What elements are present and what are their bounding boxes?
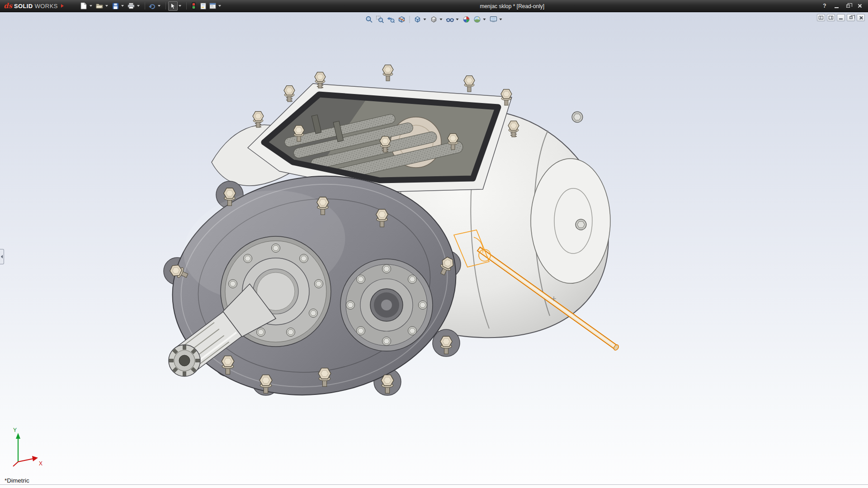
document-window-controls — [817, 14, 865, 21]
select-dropdown[interactable] — [179, 5, 181, 7]
solidworks-window: ds SOLIDWORKS — [0, 0, 868, 488]
undo-icon — [148, 3, 156, 9]
housing-bolt[interactable] — [576, 219, 586, 230]
zoom-to-fit-button[interactable] — [364, 14, 375, 24]
display-style-dropdown[interactable] — [440, 19, 443, 20]
orientation-label: *Dimetric — [5, 477, 29, 484]
view-orientation-dropdown[interactable] — [424, 19, 426, 20]
headsup-separator — [410, 16, 410, 23]
help-button[interactable]: ? — [819, 2, 830, 10]
save-button[interactable] — [111, 1, 120, 11]
view-settings-icon — [490, 15, 498, 23]
document-close-button[interactable] — [857, 14, 865, 21]
document-title: menjac sklop * [Read-only] — [480, 0, 544, 12]
hide-show-items-button[interactable] — [445, 14, 456, 24]
view-settings-dropdown[interactable] — [500, 19, 502, 20]
restore-icon — [846, 5, 850, 8]
view-orientation-button[interactable] — [412, 14, 423, 24]
open-dropdown[interactable] — [105, 5, 108, 7]
statusbar — [0, 484, 868, 488]
document-minimize-button[interactable] — [837, 14, 845, 21]
zoom-to-area-icon — [376, 15, 384, 23]
3d-model-scene[interactable] — [0, 12, 868, 484]
options-icon — [209, 3, 216, 9]
hide-show-items-dropdown[interactable] — [456, 19, 459, 20]
apply-scene-button[interactable] — [472, 14, 483, 24]
previous-view-button[interactable] — [386, 14, 396, 24]
open-button[interactable] — [95, 1, 104, 11]
document-restore-button[interactable] — [847, 14, 855, 21]
toolbar-separator — [165, 2, 166, 9]
heads-up-view-toolbar — [364, 14, 505, 24]
brand-solid: SOLID — [14, 3, 33, 9]
print-icon — [127, 3, 135, 9]
hide-show-items-icon — [446, 15, 454, 23]
file-properties-icon — [200, 3, 206, 9]
close-button[interactable] — [854, 2, 865, 10]
display-style-button[interactable] — [429, 14, 439, 24]
pane-right-button[interactable] — [827, 14, 835, 21]
new-document-dropdown[interactable] — [90, 5, 92, 7]
undo-dropdown[interactable] — [158, 5, 160, 7]
new-document-icon — [80, 2, 87, 9]
options-dropdown[interactable] — [218, 5, 221, 7]
file-properties-button[interactable] — [198, 1, 208, 11]
housing-bolt[interactable] — [572, 112, 583, 122]
pane-right-icon — [829, 16, 833, 19]
view-orientation-icon — [414, 15, 422, 23]
toolbar-separator — [186, 2, 187, 9]
open-folder-icon — [96, 3, 103, 9]
apply-scene-icon — [473, 15, 481, 23]
restore-button[interactable] — [843, 2, 854, 10]
ds-logo-icon: ds — [4, 3, 12, 9]
document-minimize-icon — [839, 19, 843, 19]
triad-x-label: X — [39, 460, 42, 467]
triad-y-label: Y — [13, 427, 17, 433]
featuremanager-flyout-tab[interactable] — [0, 249, 4, 264]
minimize-icon — [835, 7, 839, 8]
pane-left-icon — [819, 16, 823, 19]
brand-arrow-icon — [61, 4, 64, 8]
apply-scene-dropdown[interactable] — [483, 19, 486, 20]
previous-view-icon — [387, 15, 395, 23]
save-icon — [112, 3, 119, 9]
view-settings-button[interactable] — [488, 14, 499, 24]
new-document-button[interactable] — [79, 1, 89, 11]
display-style-icon — [430, 15, 438, 23]
right-bearing-boss[interactable] — [340, 259, 433, 351]
rebuild-button[interactable] — [189, 1, 198, 11]
select-button[interactable] — [168, 1, 178, 11]
standard-toolbar — [79, 1, 224, 11]
pane-left-button[interactable] — [817, 14, 825, 21]
edit-appearance-icon — [462, 15, 471, 23]
zoom-to-fit-icon — [365, 15, 373, 23]
close-icon — [858, 4, 862, 8]
print-button[interactable] — [127, 1, 136, 11]
flyout-arrow-icon — [1, 255, 3, 258]
graphics-area[interactable]: Y X *Dimetric — [0, 12, 868, 484]
document-close-icon — [859, 16, 863, 20]
options-button[interactable] — [208, 1, 217, 11]
solidworks-logo: ds SOLIDWORKS — [0, 3, 69, 9]
section-view-icon — [398, 15, 406, 23]
toolbar-separator — [145, 2, 145, 9]
window-controls: ? — [819, 2, 868, 10]
select-cursor-icon — [170, 3, 175, 9]
undo-button[interactable] — [147, 1, 157, 11]
rebuild-traffic-light-icon — [192, 2, 196, 9]
titlebar: ds SOLIDWORKS — [0, 0, 868, 12]
section-view-button[interactable] — [396, 14, 407, 24]
minimize-button[interactable] — [831, 2, 842, 10]
print-dropdown[interactable] — [137, 5, 140, 7]
orientation-triad: Y X — [7, 426, 45, 469]
brand-works: WORKS — [35, 3, 58, 9]
gearbox-model[interactable] — [156, 65, 619, 415]
document-restore-icon — [849, 16, 853, 19]
edit-appearance-button[interactable] — [461, 14, 472, 24]
spline-face — [169, 345, 200, 376]
zoom-to-area-button[interactable] — [375, 14, 386, 24]
save-dropdown[interactable] — [121, 5, 124, 7]
